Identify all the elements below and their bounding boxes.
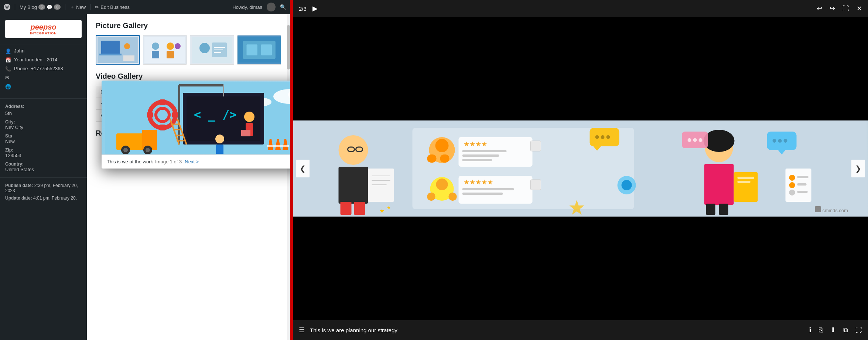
fullscreen-icon[interactable]: ⛶: [855, 326, 862, 334]
info-icon[interactable]: ℹ: [809, 326, 811, 334]
divider1: [0, 98, 87, 99]
thumb-4-svg: [237, 37, 281, 63]
zip-row: Zip: 123553: [5, 147, 82, 158]
expand-icon[interactable]: ⛶: [843, 5, 849, 13]
scroll-thumb[interactable]: [287, 25, 290, 69]
svg-rect-87: [462, 154, 499, 157]
svg-text:★★★★★: ★★★★★: [464, 178, 493, 186]
svg-rect-53: [267, 145, 274, 147]
update-value: 4:01 pm, February 20,: [33, 196, 77, 201]
my-blog-label: My Blog: [20, 4, 37, 10]
panel-divider: [290, 0, 293, 340]
city-row: City: Nev City: [5, 119, 82, 130]
edit-business-item[interactable]: ✏ Edit Business: [95, 4, 130, 10]
user-icon: 👤: [5, 48, 11, 54]
lightbox-next-link[interactable]: Next >: [185, 159, 199, 164]
share-icon[interactable]: ⎘: [819, 326, 823, 334]
download-icon[interactable]: ⬇: [830, 326, 836, 334]
admin-bar: W My Blog 5 💬 0 ＋ New ✏ Edit Business Ho…: [0, 0, 290, 14]
svg-point-122: [789, 182, 795, 188]
svg-rect-125: [797, 191, 808, 193]
svg-point-94: [606, 135, 610, 139]
svg-text:★: ★: [379, 208, 385, 214]
sidebar: peepso INTEGRATION 👤 John 📅 Year founded…: [0, 14, 87, 340]
city-label: City:: [5, 119, 15, 125]
wp-logo-item[interactable]: W: [4, 4, 10, 10]
scroll-indicator: [287, 14, 290, 340]
edit-label: Edit Business: [100, 4, 130, 10]
svg-point-68: [339, 135, 368, 165]
redo-icon[interactable]: ↪: [830, 4, 835, 13]
svg-point-116: [773, 139, 776, 143]
publish-row: Publish date: 2:39 pm, February 20, 2023: [5, 183, 82, 193]
year-founded-value: 2014: [47, 57, 57, 62]
svg-rect-83: [440, 154, 450, 163]
year-founded-row: 📅 Year founded: 2014: [5, 57, 82, 63]
user-name: John: [14, 48, 24, 54]
calendar-icon: 📅: [5, 57, 11, 63]
svg-rect-103: [531, 180, 541, 190]
svg-text:★★★★: ★★★★: [464, 140, 487, 148]
viewer-bottom-bar: ☰ This is we are planning our strategy ℹ…: [293, 320, 868, 340]
svg-rect-98: [449, 193, 457, 201]
svg-text:★: ★: [387, 205, 391, 210]
my-blog-item[interactable]: My Blog 5 💬 0: [20, 4, 61, 10]
undo-icon[interactable]: ↩: [817, 4, 822, 13]
close-icon[interactable]: ✕: [857, 4, 862, 13]
thumb-2-svg: [144, 37, 185, 63]
lightbox-illustration: < _ />: [105, 82, 290, 154]
viewer-next-button[interactable]: ❯: [851, 160, 865, 177]
viewer-bottom-icons: ℹ ⎘ ⬇ ⧉ ⛶: [809, 326, 862, 334]
wp-icon: W: [4, 4, 10, 10]
search-icon[interactable]: 🔍: [280, 4, 286, 10]
viewer-prev-button[interactable]: ❮: [296, 160, 310, 177]
external-link-icon[interactable]: ⧉: [843, 326, 848, 334]
svg-point-92: [595, 135, 599, 139]
update-label: Update date:: [5, 196, 32, 201]
svg-rect-43: [172, 112, 178, 118]
comments-zero: 0: [54, 4, 61, 10]
year-founded-label: Year founded:: [14, 57, 44, 62]
address-label: Address:: [5, 104, 82, 109]
svg-rect-110: [738, 177, 754, 179]
address-block: Address: 5th City: Nev City Sta New Zip:…: [0, 101, 87, 175]
admin-bar-right: Howdy, dimas 🔍: [232, 3, 286, 11]
city-value: Nev City: [5, 125, 23, 130]
logo-peepso: peepso: [30, 23, 56, 31]
new-item[interactable]: ＋ New: [70, 4, 86, 10]
svg-point-3: [124, 43, 130, 49]
svg-rect-134: [815, 206, 821, 212]
svg-point-12: [199, 43, 210, 53]
viewer-caption: This is we are planning our strategy: [310, 327, 804, 333]
svg-rect-86: [462, 150, 507, 152]
svg-point-96: [436, 178, 448, 190]
user-name-row: 👤 John: [5, 48, 82, 54]
svg-point-105: [622, 180, 632, 190]
svg-point-130: [699, 138, 703, 142]
gallery-thumb-3[interactable]: [190, 35, 234, 65]
gallery-thumb-1[interactable]: [96, 35, 140, 65]
svg-rect-121: [797, 176, 809, 178]
svg-rect-113: [719, 204, 728, 215]
phone-value: +17775552368: [31, 66, 63, 71]
hamburger-menu-icon[interactable]: ☰: [299, 326, 305, 334]
svg-rect-9: [167, 51, 174, 58]
svg-point-120: [789, 175, 795, 181]
play-icon[interactable]: ▶: [312, 4, 318, 13]
separator3: [90, 4, 90, 10]
viewer-illustration: ★★★★: [293, 120, 868, 217]
svg-rect-5: [144, 37, 185, 63]
lightbox-image-area: < _ />: [102, 81, 290, 154]
svg-point-128: [688, 138, 691, 142]
svg-text:cminds.com: cminds.com: [823, 208, 848, 213]
logo-integration: INTEGRATION: [30, 31, 57, 35]
svg-rect-69: [339, 167, 368, 204]
gallery-thumb-2[interactable]: [143, 35, 187, 65]
svg-point-108: [704, 130, 735, 152]
svg-point-35: [123, 148, 128, 152]
svg-rect-20: [261, 44, 271, 55]
publish-block: Publish date: 2:39 pm, February 20, 2023…: [0, 180, 87, 204]
pencil-icon: ✏: [95, 4, 99, 10]
state-label: Sta: [5, 133, 12, 139]
gallery-thumb-4[interactable]: [237, 35, 281, 65]
